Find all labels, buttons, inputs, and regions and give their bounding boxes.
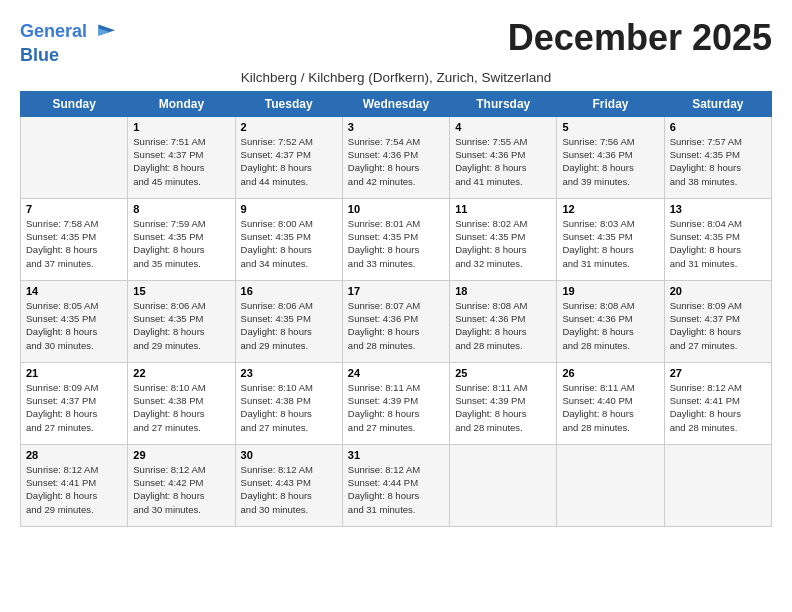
cell-info: Sunrise: 8:11 AM Sunset: 4:39 PM Dayligh… bbox=[348, 381, 444, 434]
day-number: 20 bbox=[670, 285, 766, 297]
cell-info: Sunrise: 8:12 AM Sunset: 4:43 PM Dayligh… bbox=[241, 463, 337, 516]
day-number: 26 bbox=[562, 367, 658, 379]
day-number: 17 bbox=[348, 285, 444, 297]
cell-info: Sunrise: 8:09 AM Sunset: 4:37 PM Dayligh… bbox=[26, 381, 122, 434]
day-number: 23 bbox=[241, 367, 337, 379]
calendar-cell: 25Sunrise: 8:11 AM Sunset: 4:39 PM Dayli… bbox=[450, 362, 557, 444]
day-number: 28 bbox=[26, 449, 122, 461]
calendar-cell: 13Sunrise: 8:04 AM Sunset: 4:35 PM Dayli… bbox=[664, 198, 771, 280]
calendar-cell: 17Sunrise: 8:07 AM Sunset: 4:36 PM Dayli… bbox=[342, 280, 449, 362]
col-wednesday: Wednesday bbox=[342, 91, 449, 116]
calendar-cell: 21Sunrise: 8:09 AM Sunset: 4:37 PM Dayli… bbox=[21, 362, 128, 444]
day-number: 31 bbox=[348, 449, 444, 461]
day-number: 7 bbox=[26, 203, 122, 215]
calendar-cell: 6Sunrise: 7:57 AM Sunset: 4:35 PM Daylig… bbox=[664, 116, 771, 198]
calendar-week-row: 21Sunrise: 8:09 AM Sunset: 4:37 PM Dayli… bbox=[21, 362, 772, 444]
cell-info: Sunrise: 7:51 AM Sunset: 4:37 PM Dayligh… bbox=[133, 135, 229, 188]
calendar-cell: 22Sunrise: 8:10 AM Sunset: 4:38 PM Dayli… bbox=[128, 362, 235, 444]
day-number: 10 bbox=[348, 203, 444, 215]
calendar-table: Sunday Monday Tuesday Wednesday Thursday… bbox=[20, 91, 772, 527]
day-number: 2 bbox=[241, 121, 337, 133]
day-number: 19 bbox=[562, 285, 658, 297]
day-number: 3 bbox=[348, 121, 444, 133]
subtitle: Kilchberg / Kilchberg (Dorfkern), Zurich… bbox=[20, 70, 772, 85]
page-container: General Blue December 2025 Kilchberg / K… bbox=[0, 0, 792, 537]
cell-info: Sunrise: 8:08 AM Sunset: 4:36 PM Dayligh… bbox=[455, 299, 551, 352]
day-number: 25 bbox=[455, 367, 551, 379]
cell-info: Sunrise: 8:10 AM Sunset: 4:38 PM Dayligh… bbox=[241, 381, 337, 434]
calendar-cell: 28Sunrise: 8:12 AM Sunset: 4:41 PM Dayli… bbox=[21, 444, 128, 526]
calendar-cell: 5Sunrise: 7:56 AM Sunset: 4:36 PM Daylig… bbox=[557, 116, 664, 198]
calendar-cell: 7Sunrise: 7:58 AM Sunset: 4:35 PM Daylig… bbox=[21, 198, 128, 280]
cell-info: Sunrise: 8:05 AM Sunset: 4:35 PM Dayligh… bbox=[26, 299, 122, 352]
day-number: 15 bbox=[133, 285, 229, 297]
col-monday: Monday bbox=[128, 91, 235, 116]
day-number: 9 bbox=[241, 203, 337, 215]
cell-info: Sunrise: 8:12 AM Sunset: 4:44 PM Dayligh… bbox=[348, 463, 444, 516]
calendar-cell bbox=[664, 444, 771, 526]
calendar-cell: 30Sunrise: 8:12 AM Sunset: 4:43 PM Dayli… bbox=[235, 444, 342, 526]
calendar-cell: 23Sunrise: 8:10 AM Sunset: 4:38 PM Dayli… bbox=[235, 362, 342, 444]
calendar-cell: 26Sunrise: 8:11 AM Sunset: 4:40 PM Dayli… bbox=[557, 362, 664, 444]
cell-info: Sunrise: 7:59 AM Sunset: 4:35 PM Dayligh… bbox=[133, 217, 229, 270]
day-number: 6 bbox=[670, 121, 766, 133]
cell-info: Sunrise: 8:12 AM Sunset: 4:41 PM Dayligh… bbox=[670, 381, 766, 434]
cell-info: Sunrise: 8:02 AM Sunset: 4:35 PM Dayligh… bbox=[455, 217, 551, 270]
day-number: 13 bbox=[670, 203, 766, 215]
day-number: 21 bbox=[26, 367, 122, 379]
day-number: 18 bbox=[455, 285, 551, 297]
cell-info: Sunrise: 8:06 AM Sunset: 4:35 PM Dayligh… bbox=[133, 299, 229, 352]
logo: General Blue bbox=[20, 18, 117, 66]
month-title: December 2025 bbox=[508, 18, 772, 58]
day-number: 1 bbox=[133, 121, 229, 133]
day-number: 29 bbox=[133, 449, 229, 461]
calendar-cell: 15Sunrise: 8:06 AM Sunset: 4:35 PM Dayli… bbox=[128, 280, 235, 362]
cell-info: Sunrise: 8:00 AM Sunset: 4:35 PM Dayligh… bbox=[241, 217, 337, 270]
day-number: 30 bbox=[241, 449, 337, 461]
day-number: 14 bbox=[26, 285, 122, 297]
col-thursday: Thursday bbox=[450, 91, 557, 116]
day-number: 11 bbox=[455, 203, 551, 215]
calendar-cell: 16Sunrise: 8:06 AM Sunset: 4:35 PM Dayli… bbox=[235, 280, 342, 362]
calendar-week-row: 14Sunrise: 8:05 AM Sunset: 4:35 PM Dayli… bbox=[21, 280, 772, 362]
day-number: 27 bbox=[670, 367, 766, 379]
day-number: 22 bbox=[133, 367, 229, 379]
calendar-cell: 24Sunrise: 8:11 AM Sunset: 4:39 PM Dayli… bbox=[342, 362, 449, 444]
calendar-cell: 3Sunrise: 7:54 AM Sunset: 4:36 PM Daylig… bbox=[342, 116, 449, 198]
calendar-cell: 1Sunrise: 7:51 AM Sunset: 4:37 PM Daylig… bbox=[128, 116, 235, 198]
cell-info: Sunrise: 8:03 AM Sunset: 4:35 PM Dayligh… bbox=[562, 217, 658, 270]
cell-info: Sunrise: 7:58 AM Sunset: 4:35 PM Dayligh… bbox=[26, 217, 122, 270]
calendar-cell: 20Sunrise: 8:09 AM Sunset: 4:37 PM Dayli… bbox=[664, 280, 771, 362]
day-number: 5 bbox=[562, 121, 658, 133]
header: General Blue December 2025 bbox=[20, 18, 772, 66]
calendar-cell: 4Sunrise: 7:55 AM Sunset: 4:36 PM Daylig… bbox=[450, 116, 557, 198]
cell-info: Sunrise: 7:56 AM Sunset: 4:36 PM Dayligh… bbox=[562, 135, 658, 188]
cell-info: Sunrise: 7:54 AM Sunset: 4:36 PM Dayligh… bbox=[348, 135, 444, 188]
calendar-cell: 31Sunrise: 8:12 AM Sunset: 4:44 PM Dayli… bbox=[342, 444, 449, 526]
calendar-week-row: 1Sunrise: 7:51 AM Sunset: 4:37 PM Daylig… bbox=[21, 116, 772, 198]
calendar-cell: 18Sunrise: 8:08 AM Sunset: 4:36 PM Dayli… bbox=[450, 280, 557, 362]
calendar-week-row: 7Sunrise: 7:58 AM Sunset: 4:35 PM Daylig… bbox=[21, 198, 772, 280]
col-saturday: Saturday bbox=[664, 91, 771, 116]
cell-info: Sunrise: 7:52 AM Sunset: 4:37 PM Dayligh… bbox=[241, 135, 337, 188]
calendar-cell bbox=[21, 116, 128, 198]
cell-info: Sunrise: 7:55 AM Sunset: 4:36 PM Dayligh… bbox=[455, 135, 551, 188]
cell-info: Sunrise: 8:10 AM Sunset: 4:38 PM Dayligh… bbox=[133, 381, 229, 434]
cell-info: Sunrise: 7:57 AM Sunset: 4:35 PM Dayligh… bbox=[670, 135, 766, 188]
col-friday: Friday bbox=[557, 91, 664, 116]
cell-info: Sunrise: 8:11 AM Sunset: 4:40 PM Dayligh… bbox=[562, 381, 658, 434]
cell-info: Sunrise: 8:12 AM Sunset: 4:41 PM Dayligh… bbox=[26, 463, 122, 516]
logo-text: General bbox=[20, 22, 87, 42]
calendar-cell: 29Sunrise: 8:12 AM Sunset: 4:42 PM Dayli… bbox=[128, 444, 235, 526]
cell-info: Sunrise: 8:09 AM Sunset: 4:37 PM Dayligh… bbox=[670, 299, 766, 352]
calendar-cell: 19Sunrise: 8:08 AM Sunset: 4:36 PM Dayli… bbox=[557, 280, 664, 362]
calendar-cell: 11Sunrise: 8:02 AM Sunset: 4:35 PM Dayli… bbox=[450, 198, 557, 280]
calendar-header: Sunday Monday Tuesday Wednesday Thursday… bbox=[21, 91, 772, 116]
calendar-cell: 12Sunrise: 8:03 AM Sunset: 4:35 PM Dayli… bbox=[557, 198, 664, 280]
calendar-cell: 8Sunrise: 7:59 AM Sunset: 4:35 PM Daylig… bbox=[128, 198, 235, 280]
title-block: December 2025 bbox=[508, 18, 772, 58]
cell-info: Sunrise: 8:01 AM Sunset: 4:35 PM Dayligh… bbox=[348, 217, 444, 270]
day-number: 12 bbox=[562, 203, 658, 215]
calendar-week-row: 28Sunrise: 8:12 AM Sunset: 4:41 PM Dayli… bbox=[21, 444, 772, 526]
calendar-cell: 27Sunrise: 8:12 AM Sunset: 4:41 PM Dayli… bbox=[664, 362, 771, 444]
